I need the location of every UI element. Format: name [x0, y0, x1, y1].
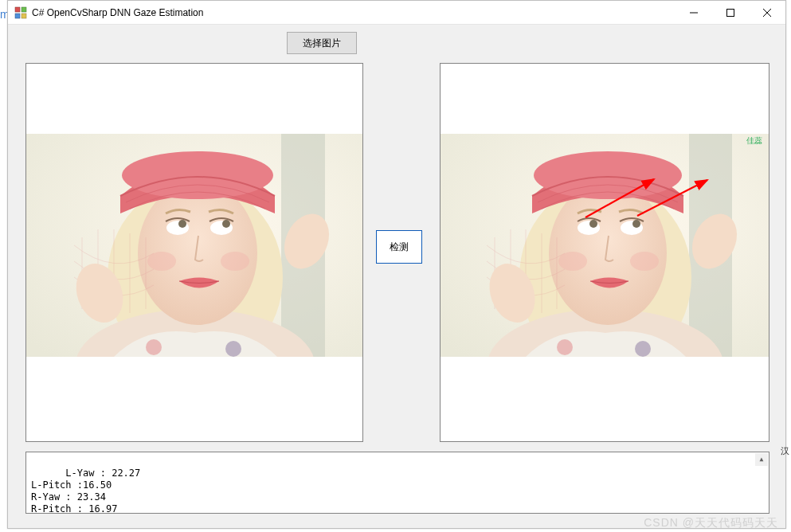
result-textbox[interactable]: L-Yaw : 22.27 L-Pitch :16.50 R-Yaw : 23.… — [25, 452, 769, 514]
svg-point-28 — [557, 339, 573, 355]
svg-point-19 — [222, 220, 230, 228]
app-window: C# OpenCvSharp DNN Gaze Estimation 选择图片 … — [7, 0, 786, 529]
svg-point-13 — [225, 341, 241, 357]
output-text: L-Yaw : 22.27 L-Pitch :16.50 R-Yaw : 23.… — [31, 467, 140, 514]
select-image-button[interactable]: 选择图片 — [287, 32, 357, 54]
svg-point-20 — [147, 252, 176, 271]
svg-rect-1 — [22, 7, 26, 12]
input-image — [26, 134, 362, 357]
svg-point-21 — [221, 252, 249, 271]
minimize-button[interactable] — [675, 1, 712, 25]
svg-point-37 — [630, 252, 659, 271]
svg-point-12 — [146, 339, 162, 355]
svg-point-18 — [178, 220, 186, 228]
scroll-up-icon[interactable]: ▲ — [755, 453, 768, 466]
maximize-button[interactable] — [712, 1, 749, 25]
svg-rect-0 — [15, 7, 20, 12]
output-image-panel: 佳蕊 — [440, 63, 769, 442]
input-image-panel — [25, 63, 363, 442]
app-icon — [14, 6, 27, 19]
output-image: 佳蕊 — [441, 134, 769, 357]
close-button[interactable] — [749, 1, 785, 25]
svg-rect-5 — [727, 9, 734, 16]
window-content: 选择图片 检测 — [8, 25, 785, 528]
svg-rect-2 — [15, 14, 20, 18]
svg-point-29 — [635, 341, 651, 357]
svg-point-36 — [558, 252, 587, 271]
window-title: C# OpenCvSharp DNN Gaze Estimation — [32, 7, 203, 18]
detect-button[interactable]: 检测 — [376, 230, 422, 264]
titlebar: C# OpenCvSharp DNN Gaze Estimation — [8, 1, 785, 25]
svg-rect-3 — [22, 14, 26, 18]
watermark-text: CSDN @天天代码码天天 — [644, 516, 778, 530]
image-marker: 佳蕊 — [746, 136, 762, 145]
svg-point-34 — [589, 220, 597, 228]
svg-point-35 — [632, 220, 640, 228]
